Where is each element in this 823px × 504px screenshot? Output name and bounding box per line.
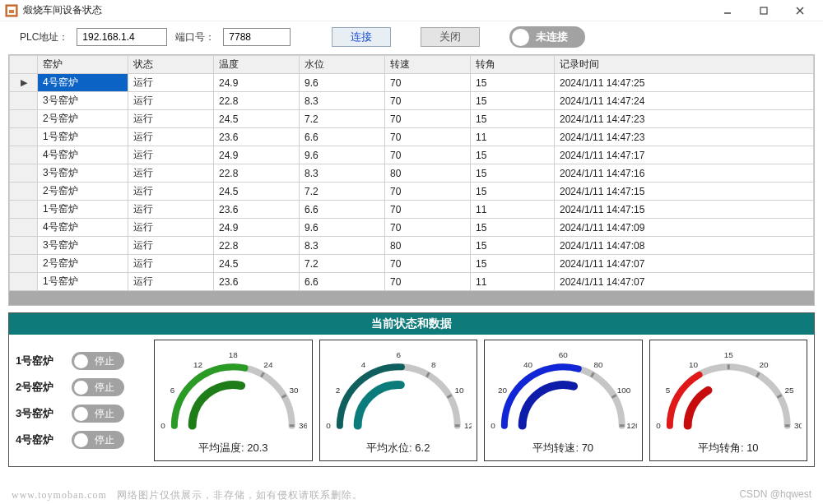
svg-text:25: 25: [784, 386, 794, 395]
svg-text:40: 40: [523, 360, 533, 369]
furnace-state-label: 停止: [95, 354, 114, 368]
gauge-label: 平均温度: 20.3: [198, 441, 268, 455]
gauge-speed: 020406080100120平均转速: 70: [484, 340, 643, 461]
footer: www.toymoban.com 网络图片仅供展示，非存储，如有侵权请联系删除。…: [12, 488, 811, 502]
svg-text:20: 20: [498, 386, 508, 395]
table-row[interactable]: 3号窑炉运行22.88.370152024/1/11 14:47:24: [10, 92, 814, 110]
column-header[interactable]: 温度: [214, 56, 300, 74]
furnace-state-label: 停止: [95, 433, 114, 447]
furnace-toggle[interactable]: 停止: [72, 352, 124, 370]
svg-text:5: 5: [665, 386, 670, 395]
svg-text:18: 18: [229, 350, 239, 359]
svg-text:0: 0: [491, 421, 495, 430]
svg-text:24: 24: [263, 360, 273, 369]
connect-button[interactable]: 连接: [332, 27, 391, 47]
furnace-toggle[interactable]: 停止: [72, 405, 124, 423]
app-icon: [5, 4, 18, 17]
svg-text:10: 10: [689, 360, 699, 369]
column-header[interactable]: 水位: [300, 56, 385, 74]
furnace-state-label: 停止: [95, 381, 114, 395]
toggle-knob-icon: [74, 354, 88, 368]
furnace-list: 1号窑炉停止2号窑炉停止3号窑炉停止4号窑炉停止: [16, 340, 147, 461]
furnace-row: 4号窑炉停止: [16, 428, 147, 452]
table-row[interactable]: 4号窑炉运行24.99.670152024/1/11 14:47:09: [10, 219, 814, 237]
svg-text:80: 80: [593, 360, 603, 369]
table-row[interactable]: 1号窑炉运行23.66.670112024/1/11 14:47:07: [10, 273, 814, 291]
svg-text:100: 100: [617, 386, 631, 395]
close-connection-button[interactable]: 关闭: [421, 27, 480, 47]
svg-rect-4: [760, 7, 767, 14]
column-header[interactable]: 记录时间: [555, 56, 814, 74]
window-close-button[interactable]: [782, 0, 818, 21]
connection-toolbar: PLC地址： 端口号： 连接 关闭 未连接: [0, 21, 823, 54]
svg-text:30: 30: [794, 421, 802, 430]
column-header[interactable]: 转速: [385, 56, 471, 74]
svg-text:0: 0: [326, 421, 331, 430]
svg-text:120: 120: [626, 421, 636, 430]
status-panel: 当前状态和数据 1号窑炉停止2号窑炉停止3号窑炉停止4号窑炉停止 0612182…: [8, 312, 815, 467]
svg-text:15: 15: [723, 350, 733, 359]
svg-text:10: 10: [454, 386, 464, 395]
data-grid[interactable]: 窑炉状态温度水位转速转角记录时间 ▶4号窑炉运行24.99.670152024/…: [8, 54, 815, 306]
furnace-row: 2号窑炉停止: [16, 375, 147, 400]
table-row[interactable]: 1号窑炉运行23.66.670112024/1/11 14:47:15: [10, 201, 814, 219]
toggle-knob-icon: [512, 29, 529, 46]
furnace-name: 4号窑炉: [16, 432, 60, 447]
svg-text:6: 6: [170, 386, 175, 395]
footer-host: www.toymoban.com: [12, 489, 107, 501]
furnace-toggle[interactable]: 停止: [72, 431, 124, 449]
svg-text:12: 12: [464, 421, 472, 430]
furnace-toggle[interactable]: 停止: [72, 378, 124, 396]
svg-text:12: 12: [193, 360, 203, 369]
furnace-name: 1号窑炉: [16, 354, 60, 368]
table-row[interactable]: 1号窑炉运行23.66.670112024/1/11 14:47:23: [10, 128, 814, 146]
furnace-state-label: 停止: [95, 407, 114, 421]
svg-text:0: 0: [656, 421, 661, 430]
port-label: 端口号：: [175, 30, 215, 44]
gauge-water-level: 024681012平均水位: 6.2: [319, 340, 478, 461]
svg-text:6: 6: [396, 350, 401, 359]
column-header[interactable]: 状态: [128, 56, 214, 74]
toggle-knob-icon: [74, 407, 88, 421]
gauge-label: 平均转角: 10: [698, 441, 759, 455]
titlebar: 煅烧车间设备状态: [0, 0, 823, 21]
svg-text:4: 4: [360, 360, 365, 369]
gauge-temperature: 061218243036平均温度: 20.3: [154, 340, 313, 461]
plc-address-input[interactable]: [77, 28, 167, 46]
svg-text:60: 60: [559, 350, 569, 359]
minimize-button[interactable]: [709, 0, 746, 21]
svg-text:30: 30: [290, 386, 300, 395]
connection-status-toggle[interactable]: 未连接: [509, 26, 585, 48]
furnace-row: 1号窑炉停止: [16, 349, 147, 373]
gauge-label: 平均水位: 6.2: [366, 441, 430, 455]
furnace-name: 2号窑炉: [16, 380, 60, 395]
table-row[interactable]: ▶4号窑炉运行24.99.670152024/1/11 14:47:25: [10, 74, 814, 92]
table-row[interactable]: 4号窑炉运行24.99.670152024/1/11 14:47:17: [10, 146, 814, 164]
furnace-name: 3号窑炉: [16, 406, 60, 421]
window-controls: [709, 0, 818, 21]
furnace-row: 3号窑炉停止: [16, 401, 147, 426]
connection-status-label: 未连接: [536, 30, 568, 44]
gauge-angle: 051015202530平均转角: 10: [649, 340, 808, 461]
svg-text:36: 36: [299, 421, 306, 430]
toggle-knob-icon: [74, 381, 88, 395]
table-row[interactable]: 2号窑炉运行24.57.270152024/1/11 14:47:15: [10, 183, 814, 201]
footer-right: CSDN @hqwest: [739, 488, 811, 502]
plc-address-label: PLC地址：: [20, 30, 68, 44]
column-header[interactable]: 窑炉: [38, 56, 128, 74]
svg-text:0: 0: [160, 421, 165, 430]
table-row[interactable]: 3号窑炉运行22.88.380152024/1/11 14:47:16: [10, 164, 814, 183]
table-row[interactable]: 2号窑炉运行24.57.270152024/1/11 14:47:23: [10, 110, 814, 128]
footer-note: 网络图片仅供展示，非存储，如有侵权请联系删除。: [117, 489, 363, 501]
gauge-label: 平均转速: 70: [532, 441, 593, 455]
window-title: 煅烧车间设备状态: [23, 3, 709, 17]
column-header[interactable]: 转角: [471, 56, 555, 74]
toggle-knob-icon: [74, 433, 88, 447]
svg-text:8: 8: [431, 360, 436, 369]
table-row[interactable]: 3号窑炉运行22.88.380152024/1/11 14:47:08: [10, 237, 814, 255]
svg-text:2: 2: [335, 386, 340, 395]
table-row[interactable]: 2号窑炉运行24.57.270152024/1/11 14:47:07: [10, 255, 814, 273]
svg-text:20: 20: [759, 360, 769, 369]
port-input[interactable]: [223, 28, 291, 46]
maximize-button[interactable]: [746, 0, 782, 21]
